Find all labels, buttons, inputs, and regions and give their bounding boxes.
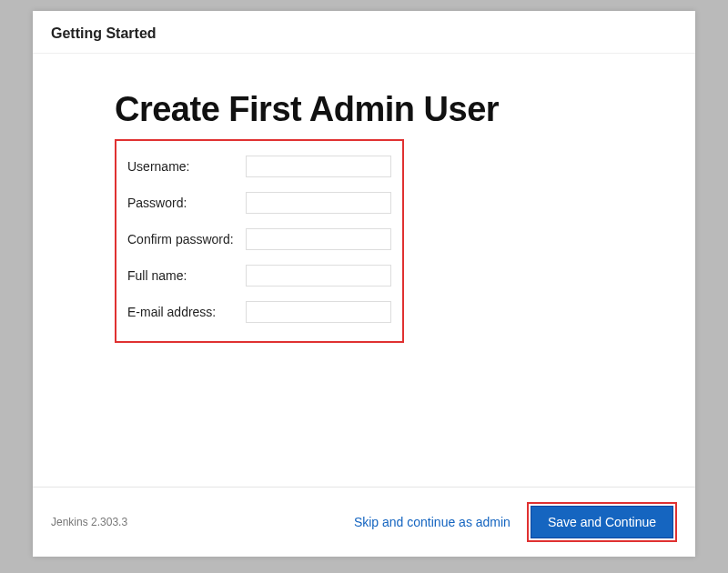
fullname-label: Full name: — [127, 268, 246, 283]
footer-actions: Skip and continue as admin Save and Cont… — [354, 502, 677, 542]
admin-user-form: Username: Password: Confirm password: Fu… — [115, 139, 404, 343]
username-label: Username: — [127, 159, 246, 174]
save-and-continue-button[interactable]: Save and Continue — [531, 506, 673, 538]
version-label: Jenkins 2.303.3 — [51, 516, 127, 528]
page-title: Create First Admin User — [115, 90, 613, 130]
dialog-title: Getting Started — [51, 25, 677, 42]
password-field[interactable] — [246, 192, 391, 214]
dialog-body: Create First Admin User Username: Passwo… — [33, 54, 695, 487]
password-label: Password: — [127, 196, 246, 210]
confirm-password-label: Confirm password: — [127, 232, 246, 246]
skip-link[interactable]: Skip and continue as admin — [354, 515, 511, 529]
dialog-header: Getting Started — [33, 11, 695, 54]
dialog-footer: Jenkins 2.303.3 Skip and continue as adm… — [33, 487, 695, 557]
form-row-password: Password: — [127, 185, 391, 221]
save-button-highlight: Save and Continue — [527, 502, 677, 542]
confirm-password-field[interactable] — [246, 228, 391, 250]
form-row-email: E-mail address: — [127, 294, 391, 330]
username-field[interactable] — [246, 156, 391, 177]
form-row-username: Username: — [127, 148, 391, 185]
email-label: E-mail address: — [127, 305, 246, 319]
setup-wizard-dialog: Getting Started Create First Admin User … — [33, 11, 695, 557]
email-field[interactable] — [246, 301, 391, 323]
fullname-field[interactable] — [246, 265, 391, 286]
form-row-fullname: Full name: — [127, 257, 391, 294]
form-row-confirm-password: Confirm password: — [127, 221, 391, 257]
